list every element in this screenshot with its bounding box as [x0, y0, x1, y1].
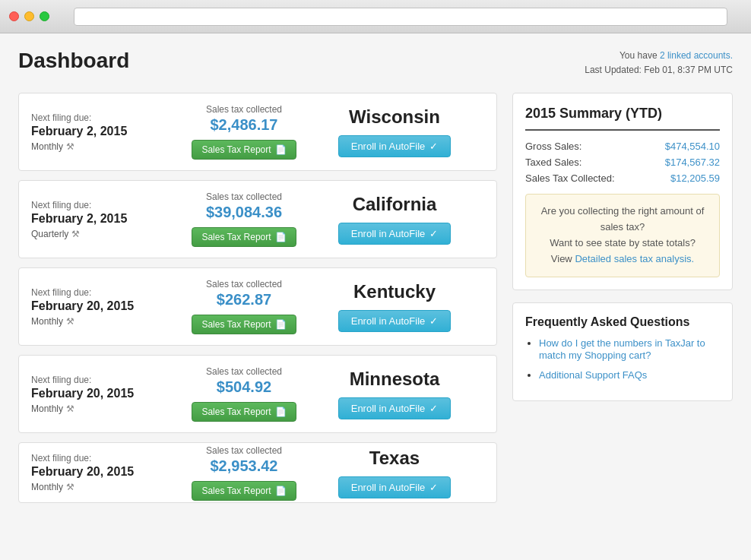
page-content: Dashboard You have 2 linked accounts. La… — [0, 33, 751, 560]
next-filing-label: Next filing due: — [31, 287, 183, 298]
autofile-button-california[interactable]: Enroll in AutoFile ✓ — [338, 223, 452, 245]
checkmark-icon: ✓ — [429, 482, 438, 493]
card-tax-kentucky: Sales tax collected $262.87 Sales Tax Re… — [183, 279, 305, 334]
filing-frequency-wisconsin: Monthly ⚒ — [31, 141, 183, 152]
state-name-kentucky: Kentucky — [305, 281, 484, 302]
sales-tax-report-button-california[interactable]: Sales Tax Report 📄 — [192, 227, 296, 247]
tax-label: Sales tax collected — [183, 104, 305, 115]
sales-tax-report-button-texas[interactable]: Sales Tax Report 📄 — [192, 481, 296, 501]
faq-link[interactable]: How do I get the numbers in TaxJar to ma… — [539, 337, 705, 361]
summary-row: Gross Sales:$474,554.10 — [525, 138, 720, 154]
report-icon: 📄 — [275, 486, 287, 496]
filing-date-kentucky: February 20, 2015 — [31, 299, 183, 313]
right-column: 2015 Summary (YTD) Gross Sales:$474,554.… — [512, 93, 733, 400]
tax-amount-wisconsin: $2,486.17 — [183, 116, 305, 134]
card-state-texas: Texas Enroll in AutoFile ✓ — [305, 448, 484, 498]
sales-tax-prompt: Are you collecting the right amount of s… — [525, 194, 720, 277]
card-state-california: California Enroll in AutoFile ✓ — [305, 194, 484, 245]
state-card-texas: Next filing due: February 20, 2015 Month… — [18, 442, 497, 503]
linked-accounts-link[interactable]: 2 linked accounts. — [660, 50, 733, 61]
last-updated: Last Updated: Feb 01, 8:37 PM UTC — [585, 63, 733, 78]
state-card-kentucky: Next filing due: February 20, 2015 Month… — [18, 267, 497, 346]
page-header: Dashboard You have 2 linked accounts. La… — [18, 49, 733, 78]
autofile-button-wisconsin[interactable]: Enroll in AutoFile ✓ — [338, 135, 452, 157]
report-icon: 📄 — [275, 232, 287, 242]
faq-item: Additional Support FAQs — [539, 369, 720, 381]
maximize-button[interactable] — [40, 11, 49, 21]
wrench-icon[interactable]: ⚒ — [66, 403, 74, 414]
wrench-icon[interactable]: ⚒ — [66, 482, 74, 492]
tax-amount-minnesota: $504.92 — [183, 378, 305, 396]
checkmark-icon: ✓ — [429, 141, 438, 152]
summary-row: Sales Tax Collected:$12,205.59 — [525, 170, 720, 186]
close-button[interactable] — [9, 11, 19, 21]
card-filing-california: Next filing due: February 2, 2015 Quarte… — [31, 200, 183, 239]
state-name-wisconsin: Wisconsin — [305, 106, 484, 128]
detailed-analysis-link[interactable]: Detailed sales tax analysis. — [575, 253, 694, 264]
summary-box: 2015 Summary (YTD) Gross Sales:$474,554.… — [512, 93, 733, 289]
wrench-icon[interactable]: ⚒ — [66, 316, 74, 327]
filing-date-wisconsin: February 2, 2015 — [31, 125, 183, 138]
faq-link[interactable]: Additional Support FAQs — [539, 369, 647, 381]
main-layout: Next filing due: February 2, 2015 Monthl… — [18, 93, 733, 503]
next-filing-label: Next filing due: — [31, 200, 183, 210]
card-state-wisconsin: Wisconsin Enroll in AutoFile ✓ — [305, 106, 484, 157]
autofile-button-minnesota[interactable]: Enroll in AutoFile ✓ — [338, 397, 452, 419]
filing-frequency-california: Quarterly ⚒ — [31, 229, 183, 239]
summary-rows: Gross Sales:$474,554.10Taxed Sales:$174,… — [525, 138, 720, 186]
card-state-minnesota: Minnesota Enroll in AutoFile ✓ — [305, 369, 484, 419]
summary-row-value: $474,554.10 — [665, 141, 720, 152]
summary-row: Taxed Sales:$174,567.32 — [525, 154, 720, 170]
url-bar[interactable] — [74, 8, 727, 26]
header-info: You have 2 linked accounts. Last Updated… — [585, 49, 733, 78]
card-tax-california: Sales tax collected $39,084.36 Sales Tax… — [183, 191, 305, 247]
next-filing-label: Next filing due: — [31, 375, 183, 385]
next-filing-label: Next filing due: — [31, 112, 183, 123]
report-icon: 📄 — [275, 319, 287, 330]
linked-accounts-info: You have 2 linked accounts. — [585, 49, 733, 63]
minimize-button[interactable] — [24, 11, 34, 21]
page-title: Dashboard — [18, 49, 129, 73]
state-name-minnesota: Minnesota — [305, 369, 484, 390]
summary-row-value: $174,567.32 — [665, 157, 720, 168]
tax-amount-california: $39,084.36 — [183, 204, 305, 221]
card-state-kentucky: Kentucky Enroll in AutoFile ✓ — [305, 281, 484, 332]
state-card-minnesota: Next filing due: February 20, 2015 Month… — [18, 355, 497, 433]
wrench-icon[interactable]: ⚒ — [71, 229, 80, 239]
autofile-button-texas[interactable]: Enroll in AutoFile ✓ — [338, 476, 452, 498]
filing-frequency-minnesota: Monthly ⚒ — [31, 403, 183, 414]
state-name-texas: Texas — [305, 448, 484, 469]
report-icon: 📄 — [275, 144, 287, 155]
card-tax-texas: Sales tax collected $2,953.42 Sales Tax … — [183, 445, 305, 501]
state-card-wisconsin: Next filing due: February 2, 2015 Monthl… — [18, 93, 497, 171]
state-card-california: Next filing due: February 2, 2015 Quarte… — [18, 180, 497, 258]
sales-tax-report-button-minnesota[interactable]: Sales Tax Report 📄 — [192, 402, 296, 422]
titlebar — [0, 0, 751, 33]
summary-title: 2015 Summary (YTD) — [525, 106, 720, 131]
window-controls — [9, 11, 49, 21]
sales-tax-report-button-kentucky[interactable]: Sales Tax Report 📄 — [192, 315, 296, 334]
filing-frequency-kentucky: Monthly ⚒ — [31, 316, 183, 327]
checkmark-icon: ✓ — [429, 228, 438, 239]
tax-label: Sales tax collected — [183, 191, 305, 202]
card-filing-texas: Next filing due: February 20, 2015 Month… — [31, 453, 183, 492]
sales-tax-report-button-wisconsin[interactable]: Sales Tax Report 📄 — [192, 140, 296, 160]
state-name-california: California — [305, 194, 484, 215]
report-icon: 📄 — [275, 407, 287, 417]
checkmark-icon: ✓ — [429, 403, 438, 414]
card-tax-wisconsin: Sales tax collected $2,486.17 Sales Tax … — [183, 104, 305, 160]
card-filing-wisconsin: Next filing due: February 2, 2015 Monthl… — [31, 112, 183, 152]
filing-frequency-texas: Monthly ⚒ — [31, 482, 183, 492]
filing-date-texas: February 20, 2015 — [31, 465, 183, 479]
tax-label: Sales tax collected — [183, 366, 305, 377]
summary-row-label: Sales Tax Collected: — [525, 172, 615, 184]
summary-row-value: $12,205.59 — [670, 172, 720, 184]
tax-label: Sales tax collected — [183, 445, 305, 456]
wrench-icon[interactable]: ⚒ — [66, 141, 74, 152]
next-filing-label: Next filing due: — [31, 453, 183, 464]
autofile-button-kentucky[interactable]: Enroll in AutoFile ✓ — [338, 310, 452, 332]
faq-box: Frequently Asked Questions How do I get … — [512, 302, 733, 401]
faq-list: How do I get the numbers in TaxJar to ma… — [525, 337, 720, 381]
faq-item: How do I get the numbers in TaxJar to ma… — [539, 337, 720, 361]
filing-date-minnesota: February 20, 2015 — [31, 387, 183, 400]
